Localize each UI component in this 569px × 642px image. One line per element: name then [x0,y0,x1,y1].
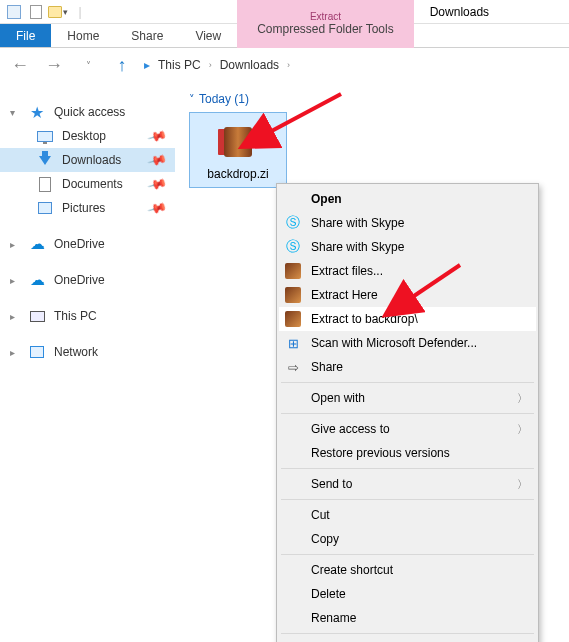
ctx-extract-to[interactable]: Extract to backdrop\ [279,307,536,331]
sidebar-item-documents[interactable]: Documents 📌 [0,172,175,196]
chevron-right-icon: 〉 [517,391,528,406]
up-button[interactable]: ↑ [110,53,134,77]
sidebar-thispc[interactable]: This PC [0,304,175,328]
ribbon-tabs: File Home Share View Extract Compressed … [0,24,569,48]
crumb-downloads[interactable]: Downloads [218,56,281,74]
crumb-thispc[interactable]: This PC [156,56,203,74]
ctx-extract-files[interactable]: Extract files... [279,259,536,283]
home-tab[interactable]: Home [51,24,115,47]
contextual-tab[interactable]: Extract Compressed Folder Tools [237,0,414,48]
ctx-skype-2[interactable]: ⓈShare with Skype [279,235,536,259]
ctx-copy[interactable]: Copy [279,527,536,551]
ctx-defender[interactable]: ⊞Scan with Microsoft Defender... [279,331,536,355]
ctx-share[interactable]: ⇨Share [279,355,536,379]
chevron-right-icon: 〉 [517,422,528,437]
separator [281,413,534,414]
ctx-cut[interactable]: Cut [279,503,536,527]
sidebar-item-pictures[interactable]: Pictures 📌 [0,196,175,220]
pin-icon: 📌 [146,150,167,171]
ctx-properties[interactable]: Properties [279,637,536,642]
pictures-icon [36,199,54,217]
qat-icon-2[interactable] [26,2,46,22]
ctx-give-access[interactable]: Give access to〉 [279,417,536,441]
pin-icon: 📌 [146,198,167,219]
network-icon [28,343,46,361]
address-bar: ← → ˅ ↑ ▸ This PC › Downloads › [0,48,569,82]
separator [281,554,534,555]
skype-icon: Ⓢ [283,213,303,233]
rar-icon [283,309,303,329]
breadcrumb-root-icon: ▸ [144,58,150,72]
sidebar: ★ Quick access Desktop 📌 Downloads 📌 Doc… [0,82,175,642]
breadcrumb[interactable]: ▸ This PC › Downloads › [144,56,290,74]
separator [281,382,534,383]
chevron-right-icon [10,347,20,358]
chevron-right-icon [10,311,20,322]
file-tab[interactable]: File [0,24,51,47]
document-icon [36,175,54,193]
file-item-label: backdrop.zi [207,167,268,181]
pin-icon: 📌 [146,126,167,147]
chevron-right-icon [10,239,20,250]
download-icon [36,151,54,169]
forward-button[interactable]: → [42,53,66,77]
view-tab[interactable]: View [179,24,237,47]
separator [281,499,534,500]
back-button[interactable]: ← [8,53,32,77]
sidebar-onedrive-2[interactable]: ☁ OneDrive [0,268,175,292]
qat-icon-1[interactable] [4,2,24,22]
recent-dropdown[interactable]: ˅ [76,53,100,77]
ctx-restore[interactable]: Restore previous versions [279,441,536,465]
separator [281,468,534,469]
share-icon: ⇨ [283,357,303,377]
group-header-today[interactable]: ˅ Today (1) [175,92,569,106]
skype-icon: Ⓢ [283,237,303,257]
sidebar-item-downloads[interactable]: Downloads 📌 [0,148,175,172]
ctx-extract-here[interactable]: Extract Here [279,283,536,307]
ctx-shortcut[interactable]: Create shortcut [279,558,536,582]
ctx-open-with[interactable]: Open with〉 [279,386,536,410]
ctx-send-to[interactable]: Send to〉 [279,472,536,496]
ctx-open[interactable]: Open [279,187,536,211]
chevron-right-icon: 〉 [517,477,528,492]
pc-icon [28,307,46,325]
cloud-icon: ☁ [28,235,46,253]
chevron-right-icon: › [209,60,212,70]
rar-icon [283,261,303,281]
ctx-skype-1[interactable]: ⓈShare with Skype [279,211,536,235]
separator [281,633,534,634]
chevron-down-icon [10,107,20,118]
sidebar-item-desktop[interactable]: Desktop 📌 [0,124,175,148]
ctx-rename[interactable]: Rename [279,606,536,630]
context-menu: Open ⓈShare with Skype ⓈShare with Skype… [276,183,539,642]
pin-icon: 📌 [146,174,167,195]
file-item-backdrop[interactable]: backdrop.zi [189,112,287,188]
share-tab[interactable]: Share [115,24,179,47]
shield-icon: ⊞ [283,333,303,353]
ctx-delete[interactable]: Delete [279,582,536,606]
qat-divider: | [70,2,90,22]
cloud-icon: ☁ [28,271,46,289]
star-icon: ★ [28,103,46,121]
rar-icon [283,285,303,305]
window-title: Downloads [414,0,505,24]
desktop-icon [36,127,54,145]
chevron-down-icon: ˅ [189,93,195,106]
chevron-right-icon [10,275,20,286]
sidebar-onedrive-1[interactable]: ☁ OneDrive [0,232,175,256]
chevron-right-icon: › [287,60,290,70]
qat-folder[interactable]: ▾ [48,2,68,22]
archive-icon [216,119,260,163]
sidebar-network[interactable]: Network [0,340,175,364]
sidebar-quick-access[interactable]: ★ Quick access [0,100,175,124]
